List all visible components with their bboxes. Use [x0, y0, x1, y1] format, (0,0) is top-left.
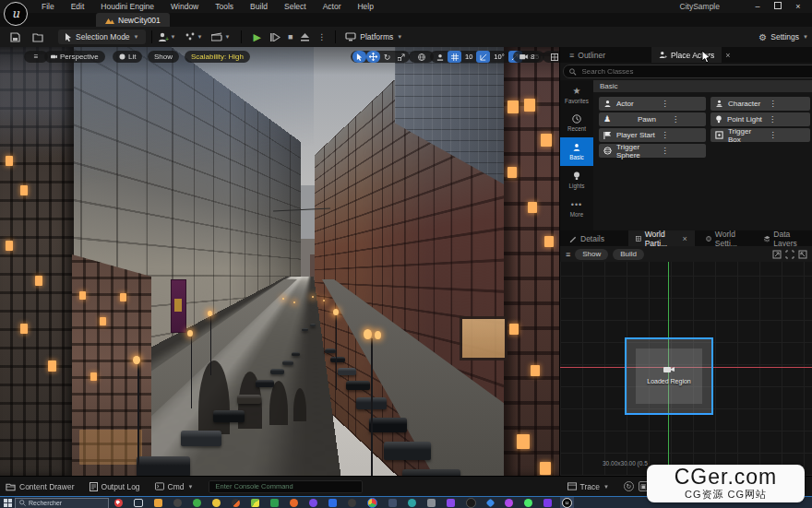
taskbar-app-icon[interactable]	[232, 499, 240, 507]
drag-handle[interactable]: ⋮	[662, 147, 702, 155]
tab-data-layers[interactable]: Data Layers	[757, 230, 812, 246]
taskbar-app-icon[interactable]	[466, 498, 476, 508]
scalability-badge[interactable]: Scalability: High	[185, 51, 250, 63]
taskbar-app-icon[interactable]	[212, 499, 221, 507]
close-button[interactable]: ×	[788, 1, 808, 13]
maximize-viewport-button[interactable]	[543, 51, 559, 63]
trigger-sphere-item[interactable]: Trigger Sphere⋮	[599, 144, 706, 158]
start-button-icon[interactable]	[4, 499, 12, 507]
taskbar-app-icon[interactable]	[447, 499, 455, 507]
show-dropdown[interactable]: Show	[148, 51, 179, 63]
move-tool[interactable]	[366, 51, 380, 63]
stop-button[interactable]: ■	[288, 32, 293, 41]
drag-handle[interactable]: ⋮	[769, 115, 806, 124]
drag-handle[interactable]: ⋮	[770, 131, 806, 139]
settings-dropdown[interactable]: ⚙ Settings ▼	[758, 32, 808, 42]
taskbar-app-icon[interactable]	[348, 499, 356, 507]
taskbar-app-icon[interactable]	[543, 499, 552, 507]
trigger-box-item[interactable]: Trigger Box⋮	[710, 128, 810, 142]
frame-skip-icon[interactable]	[270, 33, 281, 41]
category-more[interactable]: ••• More	[560, 195, 593, 223]
taskbar-app-icon[interactable]	[328, 499, 337, 507]
tab-details[interactable]: Details	[562, 230, 612, 246]
focus-selection-icon[interactable]	[772, 250, 782, 259]
platforms-dropdown[interactable]: Platforms ▼	[345, 32, 402, 41]
search-classes-field[interactable]	[563, 65, 812, 78]
close-tab-icon[interactable]: ×	[722, 51, 734, 60]
lit-dropdown[interactable]: Lit	[113, 51, 142, 63]
menu-tools[interactable]: Tools	[215, 0, 233, 13]
menu-help[interactable]: Help	[357, 0, 373, 13]
drag-handle[interactable]: ⋮	[662, 100, 702, 108]
menu-houdini-engine[interactable]: Houdini Engine	[101, 0, 154, 13]
drag-handle[interactable]: ⋮	[770, 100, 806, 108]
wp-build-button[interactable]: Build	[613, 249, 644, 260]
taskbar-app-icon[interactable]	[486, 499, 496, 508]
category-lights[interactable]: Lights	[560, 166, 593, 195]
taskbar-app-icon[interactable]	[388, 499, 397, 507]
loaded-region-box[interactable]: Loaded Region	[625, 337, 713, 415]
world-partition-minimap[interactable]: Loaded Region 30.00x30.00 (0.5	[560, 262, 812, 476]
level-tab[interactable]: NewCity001	[96, 13, 170, 27]
play-button[interactable]: ▶	[253, 31, 260, 43]
add-actor-dropdown[interactable]: + ▼	[158, 32, 176, 42]
wp-menu-icon[interactable]: ≡	[566, 250, 570, 259]
revision-control-icon[interactable]: ↻	[624, 481, 634, 491]
menu-edit[interactable]: Edit	[71, 0, 85, 13]
surface-snap-button[interactable]	[433, 51, 447, 63]
drag-handle[interactable]: ⋮	[662, 131, 702, 139]
trace-dropdown[interactable]: Trace ▼	[567, 482, 609, 491]
category-basic[interactable]: Basic	[560, 137, 593, 166]
viewport-canvas[interactable]: ≡ Perspective Lit Show Scalability: High…	[0, 47, 559, 476]
taskbar-app-icon[interactable]	[270, 499, 279, 507]
search-input[interactable]	[580, 66, 812, 77]
grid-snap-button[interactable]	[448, 51, 461, 63]
menu-window[interactable]: Window	[171, 0, 198, 13]
taskbar-app-icon[interactable]	[408, 499, 416, 507]
focus-world-icon[interactable]	[798, 250, 807, 259]
cmd-dropdown[interactable]: Cmd ▼	[155, 482, 194, 491]
taskbar-app-icon[interactable]	[505, 499, 513, 507]
tab-world-partition[interactable]: World Parti... ×	[628, 230, 695, 246]
rotation-snap-value[interactable]: 10°	[491, 53, 507, 61]
pawn-item[interactable]: ♟ Pawn⋮	[599, 112, 706, 126]
play-options-kebab-icon[interactable]: ⋮	[317, 32, 326, 41]
taskbar-app-icon[interactable]	[309, 499, 317, 507]
menu-actor[interactable]: Actor	[323, 0, 341, 13]
tab-outliner[interactable]: ≡ Outliner	[562, 47, 613, 63]
output-log-button[interactable]: Output Log	[90, 482, 140, 491]
eject-icon[interactable]	[300, 32, 310, 41]
wp-show-button[interactable]: Show	[575, 249, 608, 260]
console-input[interactable]	[214, 481, 357, 491]
content-browser-icon[interactable]	[32, 32, 43, 42]
select-tool[interactable]	[352, 51, 366, 63]
blueprints-dropdown[interactable]: ▼	[185, 32, 203, 41]
character-item[interactable]: Character⋮	[710, 97, 810, 111]
taskbar-unreal-icon[interactable]: u	[560, 497, 574, 508]
maximize-button[interactable]	[768, 1, 788, 13]
taskbar-app-icon[interactable]	[290, 499, 298, 507]
close-tab-icon[interactable]: ×	[681, 234, 687, 243]
camera-speed-button[interactable]: 8	[513, 51, 541, 63]
taskbar-search-field[interactable]: Rechercher	[15, 498, 109, 508]
chrome-icon[interactable]	[367, 498, 377, 508]
perspective-dropdown[interactable]: Perspective	[44, 51, 105, 63]
rotation-snap-button[interactable]	[476, 51, 490, 63]
task-view-icon[interactable]	[134, 499, 143, 507]
console-command-field[interactable]	[209, 480, 363, 493]
cinematics-dropdown[interactable]: ▼	[211, 32, 230, 41]
menu-select[interactable]: Select	[284, 0, 306, 13]
actor-item[interactable]: Actor⋮	[599, 97, 706, 111]
category-recent[interactable]: Recent	[560, 109, 593, 137]
minimize-button[interactable]: –	[747, 1, 768, 13]
content-drawer-button[interactable]: Content Drawer	[6, 482, 75, 491]
selection-mode-dropdown[interactable]: Selection Mode ▼	[58, 30, 146, 44]
taskbar-app-icon[interactable]	[193, 499, 201, 507]
focus-loaded-icon[interactable]	[785, 250, 794, 259]
taskbar-app-icon[interactable]	[114, 499, 123, 507]
tab-world-settings[interactable]: World Setti...	[699, 230, 757, 246]
menu-file[interactable]: File	[42, 0, 54, 13]
category-favorites[interactable]: ★ Favorites	[560, 80, 593, 109]
taskbar-app-icon[interactable]	[427, 499, 436, 507]
player-start-item[interactable]: Player Start⋮	[599, 128, 706, 142]
